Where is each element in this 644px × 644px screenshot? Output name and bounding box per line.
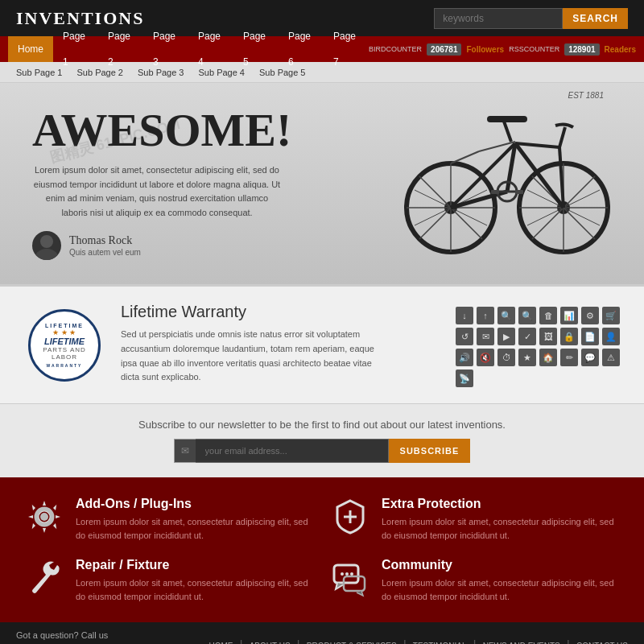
call-text: Got a question? Call us bbox=[16, 630, 134, 640]
birdcounter-val: 206781 bbox=[427, 43, 461, 56]
icon-cart: 🛒 bbox=[602, 307, 620, 324]
icon-trash: 🗑 bbox=[539, 307, 557, 324]
warranty-top-text: LIFETIME bbox=[31, 323, 98, 328]
icon-download: ↓ bbox=[456, 307, 473, 324]
icon-file: 📄 bbox=[581, 328, 599, 345]
icon-star: ★ bbox=[518, 349, 536, 366]
warranty-stars: ★ ★ ★ bbox=[31, 328, 98, 336]
repair-content: Repair / Fixture Lorem ipsum dolor sit a… bbox=[76, 558, 314, 603]
svg-point-0 bbox=[40, 235, 53, 248]
feature-protection: Extra Protection Lorem ipsum dolor sit a… bbox=[330, 497, 620, 542]
icon-rss: 📡 bbox=[456, 369, 473, 387]
icon-play: ▶ bbox=[497, 328, 515, 345]
icon-upload: ↑ bbox=[477, 307, 494, 324]
nav-counters: BIRDCOUNTER 206781 Followers RSSCOUNTER … bbox=[369, 43, 636, 56]
features-title: Lifetime Warranty bbox=[121, 303, 440, 321]
subscribe-button[interactable]: SUBSCRIBE bbox=[389, 439, 471, 463]
community-content: Community Lorem ipsum dolor sit amet, co… bbox=[382, 558, 620, 603]
main-nav: Home Page 1 Page 2 Page 3 Page 4 Page 5 … bbox=[0, 36, 644, 62]
author-name: Thomas Rock bbox=[69, 235, 141, 246]
icon-image: 🖼 bbox=[539, 328, 557, 345]
search-input[interactable] bbox=[434, 8, 563, 29]
protection-title: Extra Protection bbox=[382, 497, 620, 511]
warranty-main-text: LIFETIME bbox=[31, 336, 98, 346]
nav-home[interactable]: Home bbox=[8, 36, 53, 62]
sub-nav-1[interactable]: Sub Page 1 bbox=[16, 68, 63, 77]
icon-lock: 🔒 bbox=[560, 328, 578, 345]
footer-contact: Got a question? Call us 1800 765 4321 bbox=[16, 630, 134, 644]
feature-repair: Repair / Fixture Lorem ipsum dolor sit a… bbox=[24, 558, 314, 603]
icon-mute: 🔇 bbox=[477, 349, 494, 366]
protection-body: Lorem ipsum dolor sit amet, consectetur … bbox=[382, 515, 620, 542]
shield-icon bbox=[330, 497, 370, 537]
icon-refresh: ↺ bbox=[456, 328, 473, 345]
warranty-inner: LIFETIME ★ ★ ★ LIFETIME PARTS AND LABOR … bbox=[31, 323, 98, 368]
footer-divider: | bbox=[473, 638, 476, 644]
sub-nav-5[interactable]: Sub Page 5 bbox=[259, 68, 306, 77]
addons-title: Add-Ons / Plug-Ins bbox=[76, 497, 314, 511]
features-text: Lifetime Warranty Sed ut perspiciatis un… bbox=[121, 303, 440, 387]
search-button[interactable]: SEARCH bbox=[563, 8, 628, 29]
newsletter-form: ✉ SUBSCRIBE bbox=[16, 439, 628, 463]
followers-label: Followers bbox=[466, 45, 504, 54]
icon-chat: 💬 bbox=[581, 349, 599, 366]
icon-time: ⏱ bbox=[497, 349, 515, 366]
avatar-icon bbox=[32, 231, 61, 260]
icon-settings: ⚙ bbox=[581, 307, 599, 324]
addons-content: Add-Ons / Plug-Ins Lorem ipsum dolor sit… bbox=[76, 497, 314, 542]
icon-user: 👤 bbox=[602, 328, 620, 345]
footer-features: Add-Ons / Plug-Ins Lorem ipsum dolor sit… bbox=[0, 477, 644, 622]
footer-divider: | bbox=[403, 638, 407, 644]
sub-nav-3[interactable]: Sub Page 3 bbox=[138, 68, 184, 77]
search-form: SEARCH bbox=[434, 8, 628, 29]
svg-point-40 bbox=[341, 572, 344, 576]
birdcounter-label: BIRDCOUNTER bbox=[369, 45, 422, 53]
icon-pencil: ✏ bbox=[560, 349, 578, 366]
community-body: Lorem ipsum dolor sit amet, consectetur … bbox=[382, 576, 620, 603]
avatar bbox=[32, 231, 61, 260]
feature-addons: Add-Ons / Plug-Ins Lorem ipsum dolor sit… bbox=[24, 497, 314, 542]
footer-links: HOME | ABOUT US | PRODUCT & SERVICES | T… bbox=[208, 638, 628, 644]
protection-content: Extra Protection Lorem ipsum dolor sit a… bbox=[382, 497, 620, 542]
newsletter-text: Subscribe to our newsletter to be the fi… bbox=[16, 419, 628, 431]
newsletter-section: Subscribe to our newsletter to be the fi… bbox=[0, 403, 644, 477]
gear-icon bbox=[24, 497, 64, 537]
svg-point-1 bbox=[35, 249, 58, 260]
warranty-sub-text: PARTS AND LABOR bbox=[31, 346, 98, 361]
icon-check: ✓ bbox=[518, 328, 536, 345]
warranty-badge: LIFETIME ★ ★ ★ LIFETIME PARTS AND LABOR … bbox=[24, 303, 105, 387]
nav-page7[interactable]: Page 7 bbox=[324, 23, 369, 75]
chat-icon bbox=[330, 558, 370, 598]
bottom-footer: Got a question? Call us 1800 765 4321 HO… bbox=[0, 622, 644, 644]
footer-divider: | bbox=[567, 638, 570, 644]
wrench-icon bbox=[24, 558, 64, 598]
footer-divider: | bbox=[239, 638, 242, 644]
hero-text: AWESOME! Lorem ipsum dolor sit amet, con… bbox=[32, 107, 612, 260]
author-subtitle: Quis autem vel eum bbox=[69, 248, 141, 257]
icon-mail: ✉ bbox=[477, 328, 494, 345]
icon-home: 🏠 bbox=[539, 349, 557, 366]
rsscounter-label: RSSCOUNTER bbox=[509, 45, 559, 53]
icon-zoom-in: 🔍 bbox=[497, 307, 515, 324]
warranty-circle: LIFETIME ★ ★ ★ LIFETIME PARTS AND LABOR … bbox=[28, 309, 101, 382]
icons-grid: ↓ ↑ 🔍 🔍 🗑 📊 ⚙ 🛒 ↺ ✉ ▶ ✓ 🖼 🔒 📄 👤 🔊 🔇 ⏱ ★ … bbox=[456, 303, 620, 387]
icon-zoom-out: 🔍 bbox=[518, 307, 536, 324]
svg-point-35 bbox=[40, 513, 48, 521]
email-icon: ✉ bbox=[174, 439, 196, 463]
warranty-bottom-text: WARRANTY bbox=[31, 363, 98, 368]
newsletter-email-input[interactable] bbox=[196, 439, 389, 463]
features-body: Sed ut perspiciatis unde omnis iste natu… bbox=[121, 328, 378, 384]
addons-body: Lorem ipsum dolor sit amet, consectetur … bbox=[76, 515, 314, 542]
features-section: LIFETIME ★ ★ ★ LIFETIME PARTS AND LABOR … bbox=[0, 284, 644, 403]
sub-nav-4[interactable]: Sub Page 4 bbox=[199, 68, 246, 77]
author-info: Thomas Rock Quis autem vel eum bbox=[69, 235, 141, 257]
feature-community: Community Lorem ipsum dolor sit amet, co… bbox=[330, 558, 620, 603]
svg-point-41 bbox=[345, 572, 349, 576]
repair-body: Lorem ipsum dolor sit amet, consectetur … bbox=[76, 576, 314, 603]
icon-alert: ⚠ bbox=[602, 349, 620, 366]
hero-author: Thomas Rock Quis autem vel eum bbox=[32, 231, 612, 260]
readers-label: Readers bbox=[605, 45, 636, 54]
hero-body: Lorem ipsum dolor sit amet, consectetur … bbox=[32, 163, 282, 220]
sub-nav-2[interactable]: Sub Page 2 bbox=[77, 68, 124, 77]
repair-title: Repair / Fixture bbox=[76, 558, 314, 572]
